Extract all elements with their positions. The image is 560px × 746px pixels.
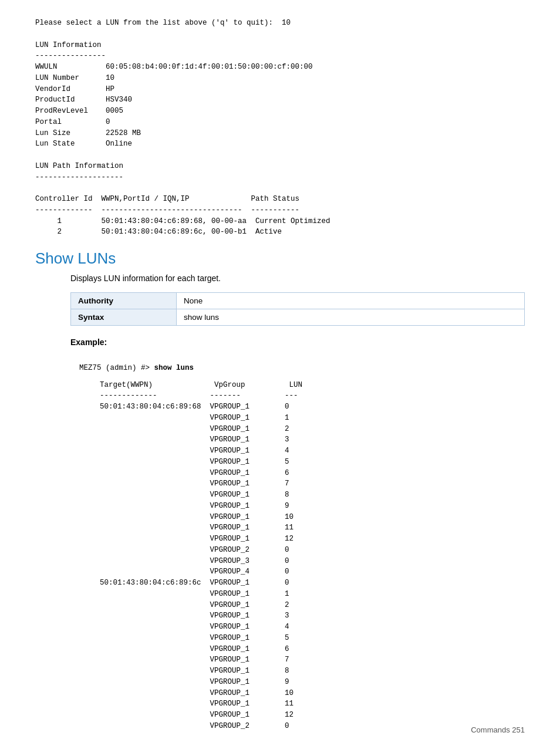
example-command: MEZ75 (admin) #> show luns: [70, 352, 525, 374]
table-row: Syntaxshow luns: [71, 309, 525, 326]
section-description: Displays LUN information for each target…: [70, 274, 525, 283]
page-footer: Commands 251: [471, 725, 525, 734]
output-code-block: Target(WWPN) VpGroup LUN ------------- -…: [82, 380, 525, 732]
table-row: AuthorityNone: [71, 293, 525, 309]
table-label: Authority: [71, 293, 177, 309]
table-value: None: [177, 293, 525, 309]
command-prefix: MEZ75 (admin) #>: [79, 364, 154, 372]
table-label: Syntax: [71, 309, 177, 326]
command-bold: show luns: [154, 364, 194, 372]
section-title: Show LUNs: [35, 249, 525, 268]
info-table: AuthorityNoneSyntaxshow luns: [70, 292, 525, 326]
table-value: show luns: [177, 309, 525, 326]
example-heading: Example:: [70, 337, 525, 347]
top-code-block: Please select a LUN from the list above …: [35, 18, 525, 238]
